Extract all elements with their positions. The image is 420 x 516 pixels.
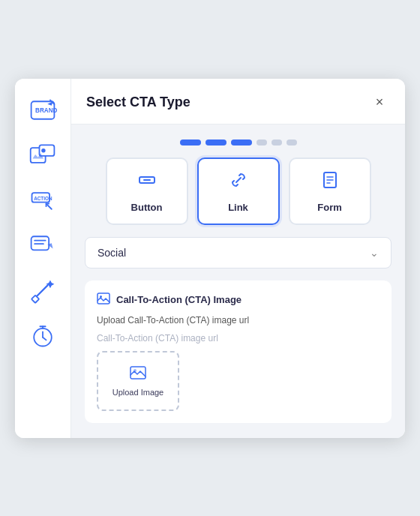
form-icon xyxy=(320,170,340,196)
svg-point-4 xyxy=(41,148,45,152)
step-dot-4 xyxy=(256,140,267,146)
social-dropdown[interactable]: Social ⌄ xyxy=(85,237,392,268)
modal: BRAND ACTION xyxy=(15,79,405,438)
cta-type-form[interactable]: Form xyxy=(289,158,371,225)
cta-type-link[interactable]: Link xyxy=(197,158,280,225)
step-dot-6 xyxy=(286,140,297,146)
cta-type-button[interactable]: Button xyxy=(106,158,188,225)
sidebar-item-action[interactable]: ACTION xyxy=(21,181,64,220)
cta-url-placeholder: Call-To-Action (CTA) image url xyxy=(97,333,380,344)
modal-body: Button Link xyxy=(71,124,405,438)
cta-form-label: Form xyxy=(317,202,342,213)
close-button[interactable]: × xyxy=(369,92,390,113)
step-indicators xyxy=(85,140,392,146)
sidebar: BRAND ACTION xyxy=(15,79,71,438)
upload-image-button[interactable]: Upload Image xyxy=(97,351,179,411)
chevron-down-icon: ⌄ xyxy=(370,247,379,259)
modal-title: Select CTA Type xyxy=(86,94,190,110)
upload-icon xyxy=(130,364,146,383)
cta-url-label: Upload Call-To-Action (CTA) image url xyxy=(97,315,380,326)
cta-type-selector: Button Link xyxy=(85,158,392,225)
cta-link-label: Link xyxy=(228,202,248,213)
cta-image-section: Call-To-Action (CTA) Image Upload Call-T… xyxy=(85,280,392,423)
sidebar-item-brand[interactable]: BRAND xyxy=(21,91,64,130)
svg-text:ACTION: ACTION xyxy=(34,196,52,201)
cta-button-label: Button xyxy=(131,202,163,213)
button-icon xyxy=(136,170,158,196)
cta-image-header: Call-To-Action (CTA) Image xyxy=(97,292,380,308)
svg-rect-7 xyxy=(32,236,50,250)
sidebar-item-message[interactable] xyxy=(21,226,64,265)
step-dot-3 xyxy=(231,140,252,146)
sidebar-item-timer[interactable] xyxy=(21,316,64,355)
dropdown-selected-value: Social xyxy=(98,247,126,259)
sidebar-item-media[interactable] xyxy=(21,136,64,175)
cta-image-title: Call-To-Action (CTA) Image xyxy=(116,294,242,305)
svg-rect-11 xyxy=(32,295,39,302)
step-dot-2 xyxy=(206,140,226,146)
sidebar-item-magic[interactable] xyxy=(21,271,64,310)
step-dot-5 xyxy=(272,140,282,146)
image-icon xyxy=(97,292,110,308)
main-content: Select CTA Type × xyxy=(71,79,405,438)
svg-text:BRAND: BRAND xyxy=(35,106,57,113)
link-icon xyxy=(228,170,249,196)
modal-header: Select CTA Type × xyxy=(71,79,405,124)
upload-label: Upload Image xyxy=(112,388,164,397)
step-dot-1 xyxy=(180,140,201,146)
